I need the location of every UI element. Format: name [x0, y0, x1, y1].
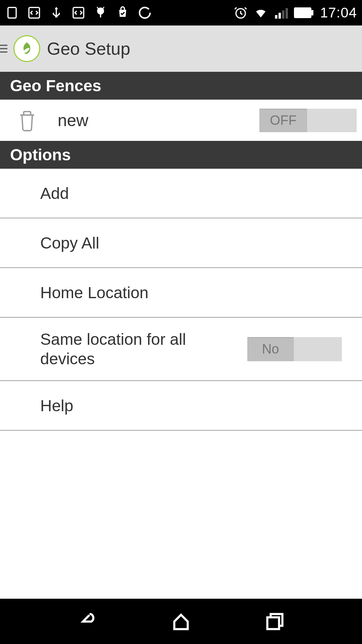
android-icon — [94, 6, 108, 20]
nav-bar — [0, 599, 362, 644]
svg-rect-8 — [279, 13, 281, 19]
notification-icon — [5, 6, 19, 20]
app-header: Geo Setup — [0, 25, 362, 72]
back-button[interactable] — [77, 611, 97, 632]
wifi-icon — [254, 6, 268, 20]
home-button[interactable] — [171, 611, 191, 632]
svg-rect-7 — [275, 15, 277, 19]
option-label: Copy All — [40, 234, 99, 252]
svg-rect-12 — [311, 10, 313, 15]
menu-icon[interactable] — [0, 44, 10, 54]
dev2-icon — [71, 6, 85, 20]
svg-rect-11 — [294, 7, 311, 18]
option-label: Help — [40, 396, 73, 415]
dev-icon — [27, 6, 41, 20]
geofence-name: new — [58, 111, 259, 130]
option-label: Same location for all devices — [40, 330, 247, 368]
bag-check-icon — [116, 6, 130, 20]
option-help[interactable]: Help — [0, 381, 362, 431]
option-add[interactable]: Add — [0, 169, 362, 218]
option-label: Home Location — [40, 283, 148, 302]
option-home-location[interactable]: Home Location — [0, 268, 362, 318]
option-copy-all[interactable]: Copy All — [0, 218, 362, 268]
signal-icon — [274, 6, 288, 20]
clock-time: 17:04 — [320, 5, 357, 21]
geofences-section-header: Geo Fences — [0, 72, 362, 100]
geofence-row[interactable]: new OFF — [0, 100, 362, 141]
svg-rect-9 — [282, 10, 284, 19]
option-label: Add — [40, 184, 69, 203]
app-logo-icon[interactable] — [13, 35, 40, 62]
toggle-state: No — [247, 337, 294, 361]
status-right-icons: 17:04 — [234, 5, 357, 21]
status-left-icons — [5, 6, 152, 20]
svg-rect-13 — [267, 617, 279, 629]
recent-apps-button[interactable] — [265, 611, 285, 632]
sync-icon — [138, 6, 152, 20]
svg-rect-10 — [286, 8, 288, 19]
svg-rect-4 — [100, 14, 101, 18]
battery-icon — [294, 6, 314, 20]
svg-rect-0 — [8, 7, 16, 18]
page-title: Geo Setup — [47, 39, 130, 59]
toggle-state: OFF — [259, 109, 307, 132]
alarm-icon — [234, 6, 248, 20]
geofence-toggle[interactable]: OFF — [259, 109, 357, 132]
usb-icon — [49, 6, 63, 20]
options-section-header: Options — [0, 141, 362, 169]
status-bar: 17:04 — [0, 0, 362, 25]
trash-icon[interactable] — [17, 108, 38, 133]
same-location-toggle[interactable]: No — [247, 337, 342, 361]
option-same-location[interactable]: Same location for all devices No — [0, 318, 362, 381]
svg-point-5 — [139, 7, 150, 18]
